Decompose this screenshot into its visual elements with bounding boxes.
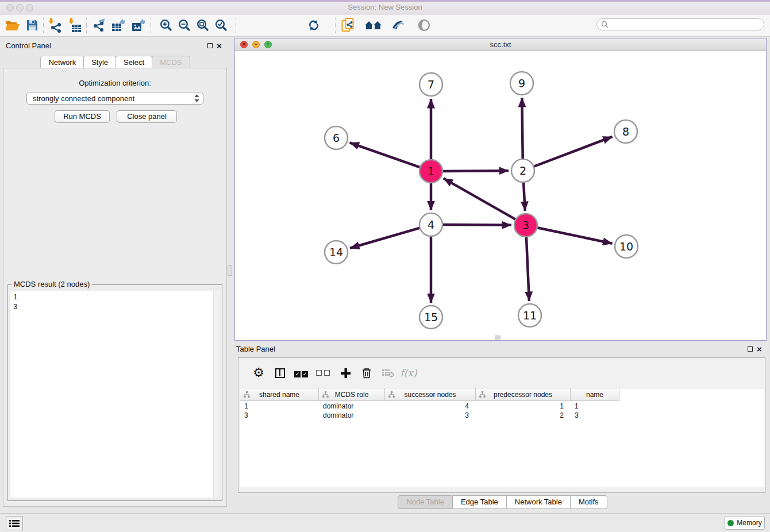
control-panel-close-icon[interactable]: ×: [217, 43, 222, 49]
delete-column-icon[interactable]: [359, 365, 375, 381]
node-15[interactable]: 15: [419, 306, 442, 329]
delete-table-icon[interactable]: [380, 365, 396, 381]
optimization-criterion-select[interactable]: strongly connected component: [26, 92, 203, 105]
tab-select[interactable]: Select: [116, 56, 152, 69]
node-8[interactable]: 8: [614, 120, 637, 143]
edge-4-3[interactable]: [442, 225, 511, 225]
table-panel-close-icon[interactable]: ×: [757, 346, 762, 353]
toolbar-separator: [236, 18, 236, 33]
cell-mcds-role[interactable]: dominator: [319, 411, 385, 419]
mcds-panel: Optimization criterion: strongly connect…: [3, 68, 227, 507]
titlebar: Session: New Session: [0, 0, 770, 16]
cell-shared-name[interactable]: 3: [240, 411, 319, 419]
column-header-predecessor-nodes[interactable]: predecessor nodes: [476, 388, 571, 400]
search-input[interactable]: [611, 20, 764, 29]
memory-label: Memory: [737, 519, 761, 527]
table-row[interactable]: 1dominator411: [240, 402, 764, 411]
import-network-icon[interactable]: [47, 17, 64, 34]
clone-network-icon[interactable]: [340, 17, 357, 34]
edge-1-6[interactable]: [350, 142, 421, 167]
add-column-icon[interactable]: [337, 365, 353, 381]
edge-2-9[interactable]: [522, 98, 522, 160]
task-history-button[interactable]: [6, 516, 23, 530]
settings-gear-icon[interactable]: ⚙: [251, 365, 267, 381]
node-10[interactable]: 10: [615, 235, 638, 258]
node-label: 14: [329, 246, 343, 259]
import-table-icon[interactable]: [67, 17, 84, 34]
tab-network[interactable]: Network: [40, 56, 84, 69]
cell-successor-nodes[interactable]: 4: [385, 402, 476, 410]
control-panel-tabs: NetworkStyleSelectMCDS: [0, 56, 230, 69]
mcds-result-textarea[interactable]: 1 3: [10, 291, 220, 498]
zoom-out-icon[interactable]: [176, 17, 193, 34]
node-7[interactable]: 7: [419, 73, 442, 96]
edge-1-2[interactable]: [442, 171, 509, 171]
edge-2-8[interactable]: [533, 137, 613, 167]
edge-2-3[interactable]: [523, 182, 525, 211]
cell-predecessor-nodes[interactable]: 1: [476, 402, 571, 410]
node-11[interactable]: 11: [518, 304, 541, 327]
edge-3-11[interactable]: [526, 236, 529, 301]
function-builder-icon[interactable]: f(x): [401, 365, 417, 381]
network-window-title: scc.txt: [235, 40, 766, 49]
toolbar-separator: [43, 18, 44, 33]
zoom-in-icon[interactable]: [157, 17, 175, 34]
node-label: 11: [523, 309, 537, 322]
tab-edge-table[interactable]: Edge Table: [452, 495, 507, 509]
node-6[interactable]: 6: [325, 126, 348, 149]
node-14[interactable]: 14: [325, 241, 348, 264]
zoom-selected-icon[interactable]: [213, 17, 230, 34]
column-chooser-icon[interactable]: [272, 365, 288, 381]
tab-motifs[interactable]: Motifs: [570, 495, 607, 509]
tab-node-table[interactable]: Node Table: [398, 495, 453, 509]
node-3[interactable]: 3: [514, 214, 537, 237]
node-4[interactable]: 4: [419, 213, 442, 236]
node-label: 1: [428, 165, 434, 178]
deselect-all-icon[interactable]: [315, 365, 331, 381]
refresh-icon[interactable]: [305, 17, 322, 34]
eye-icon[interactable]: [415, 17, 433, 34]
edge-3-10[interactable]: [537, 228, 613, 244]
memory-button[interactable]: Memory: [725, 516, 765, 530]
close-panel-button[interactable]: Close panel: [117, 110, 177, 123]
optimization-criterion-label: Optimization criterion:: [3, 79, 226, 87]
cell-shared-name[interactable]: 1: [240, 402, 319, 410]
node-2[interactable]: 2: [511, 159, 534, 182]
column-header-shared-name[interactable]: shared name: [240, 388, 319, 400]
network-window-titlebar[interactable]: ✕ – + scc.txt: [235, 38, 766, 51]
select-all-icon[interactable]: ✓✓: [293, 365, 309, 381]
table-row[interactable]: 3dominator323: [240, 411, 764, 420]
edge-3-1[interactable]: [444, 178, 517, 219]
cell-mcds-role[interactable]: dominator: [319, 402, 385, 410]
open-file-icon[interactable]: [4, 17, 21, 34]
cell-successor-nodes[interactable]: 3: [385, 411, 476, 419]
export-image-icon[interactable]: [130, 17, 147, 34]
search-box[interactable]: [596, 18, 764, 30]
list-icon: [9, 519, 20, 527]
panel-splitter-handle[interactable]: [228, 265, 232, 276]
column-header-mcds-role[interactable]: MCDS role: [319, 388, 385, 400]
result-scrollbar[interactable]: [213, 291, 220, 498]
node-1[interactable]: 1: [419, 160, 442, 183]
zoom-fit-icon[interactable]: [194, 17, 211, 34]
first-neighbors-icon[interactable]: [364, 17, 382, 34]
run-mcds-button[interactable]: Run MCDS: [55, 110, 110, 123]
window-resize-handle[interactable]: [495, 336, 500, 340]
network-canvas[interactable]: 7968124314101511: [235, 51, 766, 340]
node-9[interactable]: 9: [510, 72, 533, 95]
export-network-icon[interactable]: [91, 17, 108, 34]
tab-style[interactable]: Style: [83, 56, 116, 69]
table-panel-float-icon[interactable]: [748, 346, 753, 352]
column-header-successor-nodes[interactable]: successor nodes: [385, 388, 476, 400]
export-table-icon[interactable]: [110, 17, 127, 34]
edge-4-14[interactable]: [350, 228, 421, 248]
column-header-name[interactable]: name: [571, 388, 619, 400]
vizmapper-icon[interactable]: [390, 17, 407, 34]
control-panel-float-icon[interactable]: [207, 43, 213, 48]
tab-network-table[interactable]: Network Table: [506, 495, 571, 509]
tab-mcds[interactable]: MCDS: [152, 56, 190, 69]
save-session-icon[interactable]: [24, 17, 41, 34]
cell-name[interactable]: 3: [571, 411, 619, 419]
cell-predecessor-nodes[interactable]: 2: [476, 411, 571, 419]
cell-name[interactable]: 1: [571, 402, 619, 410]
